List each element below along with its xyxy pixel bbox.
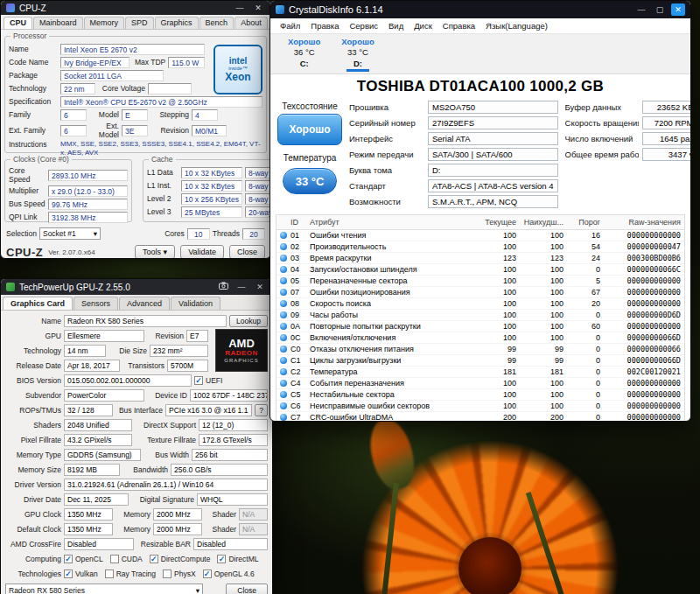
technology-checkbox[interactable]: ✓ Ray Tracing	[105, 570, 156, 578]
computing-checkbox[interactable]: ✓ OpenCL	[64, 555, 103, 563]
computing-checkbox[interactable]: ✓ DirectML	[217, 555, 258, 563]
smart-current: 99	[476, 356, 516, 365]
cdi-titlebar[interactable]: CrystalDiskInfo 6.1.14 — ▢ ✕	[270, 1, 690, 18]
technology-checkbox[interactable]: ✓ OpenGL 4.6	[203, 570, 255, 578]
bus-interface-value: PCIe x16 3.0 @ x16 1.1	[165, 404, 252, 416]
menu-item[interactable]: Вид	[384, 20, 408, 31]
smart-row[interactable]: 0A Повторные попытки раскрутки 100 100 6…	[276, 321, 684, 332]
smart-attribute: Часы работы	[310, 311, 476, 319]
smart-row[interactable]: C6 Неисправимые ошибки секторов 100 100 …	[276, 401, 684, 412]
info-row: Возможности S.M.A.R.T., APM, NCQ	[349, 195, 558, 208]
smart-header-id: ID	[290, 218, 310, 227]
smart-current: 100	[476, 265, 516, 274]
smart-row[interactable]: 07 Ошибки позиционирования 100 100 67 00…	[276, 287, 684, 298]
clock-row: Multiplier x 29.0 (12.0 - 33.0)	[9, 185, 128, 197]
smart-row[interactable]: C7 CRC-ошибки UltraDMA 200 200 0 0000000…	[276, 412, 684, 422]
info-label: Скорость вращения	[565, 118, 639, 128]
gpuz-tab[interactable]: Sensors	[74, 297, 118, 310]
smart-table: ID Атрибут Текущее Наихудш... Порог Raw-…	[276, 214, 685, 422]
transistors-value: 5700M	[167, 360, 208, 372]
cpuz-tab[interactable]: CPU	[4, 17, 32, 29]
technology-checkbox[interactable]: ✓ Vulkan	[64, 570, 98, 578]
smart-row[interactable]: C1 Циклы загрузки/выгрузки 99 99 0 00000…	[276, 355, 684, 367]
smart-row[interactable]: 0C Включения/отключения 100 100 0 000000…	[276, 332, 684, 344]
menu-item[interactable]: Диск	[410, 20, 437, 31]
cpuz-window: CPU-Z — ✕ CPUMainboardMemorySPDGraphicsB…	[0, 0, 271, 259]
info-label: Буфер данных	[565, 102, 639, 112]
menu-item[interactable]: Язык(Language)	[481, 20, 552, 31]
directx-value: 12 (12_0)	[199, 419, 268, 431]
code-name-value: Ivy Bridge-EP/EX	[60, 57, 130, 68]
disk-entry[interactable]: Хорошо 33 °C D:	[332, 37, 382, 71]
info-row: Буква тома D:	[349, 164, 558, 177]
maximize-icon[interactable]: ▢	[653, 3, 667, 16]
cpuz-tab[interactable]: Bench	[200, 17, 234, 29]
smart-row[interactable]: 02 Производительность 100 100 54 0000000…	[276, 241, 684, 253]
cpuz-tab[interactable]: Mainboard	[33, 17, 83, 29]
smart-row[interactable]: 04 Запуски/остановки шпинделя 100 100 0 …	[276, 264, 684, 276]
health-dot-icon	[280, 402, 287, 409]
memory-size-label: Memory Size	[5, 465, 61, 474]
cpuz-tab[interactable]: Graphics	[155, 17, 199, 29]
smart-row[interactable]: C2 Температура 181 181 0 002C00120021	[276, 367, 684, 378]
smart-row[interactable]: 03 Время раскрутки 123 123 24 000300BD00…	[276, 253, 684, 264]
cdi-menubar: ФайлПравкаСервисВидДискСправкаЯзык(Langu…	[270, 18, 690, 34]
smart-worst: 100	[516, 311, 564, 319]
menu-item[interactable]: Сервис	[345, 20, 382, 31]
smart-row[interactable]: C4 События переназначения 100 100 0 0000…	[276, 378, 684, 389]
card-select[interactable]: Radeon RX 580 Series ▾	[5, 584, 203, 594]
menu-item[interactable]: Справка	[438, 20, 480, 31]
close-icon[interactable]: ✕	[671, 3, 685, 16]
minimize-icon[interactable]: —	[234, 281, 248, 293]
smart-row[interactable]: 05 Переназначенные сектора 100 100 5 000…	[276, 276, 684, 287]
smart-row[interactable]: C5 Нестабильные сектора 100 100 0 000000…	[276, 389, 684, 401]
disk-entry[interactable]: Хорошо 36 °C C:	[279, 37, 329, 71]
cores-label: Cores	[164, 229, 185, 238]
smart-row[interactable]: 09 Часы работы 100 100 0 000000000D6D	[276, 310, 684, 321]
amd-radeon-logo: AMD RADEON GRAPHICS	[215, 329, 268, 372]
lookup-button[interactable]: Lookup	[229, 315, 268, 327]
socket-select[interactable]: Socket #1 ▾	[39, 227, 101, 240]
tools-button[interactable]: Tools ▾	[135, 245, 175, 259]
close-button[interactable]: Close	[226, 584, 268, 594]
cpuz-tab[interactable]: SPD	[125, 17, 154, 29]
minimize-icon[interactable]: —	[233, 2, 247, 14]
smart-attribute: Запуски/остановки шпинделя	[310, 265, 476, 274]
stepping-label: Stepping	[150, 110, 189, 119]
smart-id: C4	[290, 379, 310, 388]
technology-checkbox[interactable]: ✓ PhysX	[163, 570, 196, 578]
bus-interface-label: Bus Interface	[116, 406, 163, 415]
health-status-button[interactable]: Хорошо	[277, 114, 342, 145]
menu-item[interactable]: Правка	[306, 20, 343, 31]
smart-row[interactable]: C0 Отказы отключения питания 99 99 0 000…	[276, 344, 684, 355]
smart-row[interactable]: 01 Ошибки чтения 100 100 16 000000000000	[276, 230, 684, 241]
computing-checkbox[interactable]: ✓ CUDA	[110, 555, 143, 563]
smart-header-attr: Атрибут	[310, 218, 476, 227]
gpuz-tab[interactable]: Graphics Card	[3, 297, 73, 310]
health-dot-icon	[280, 380, 287, 387]
close-icon[interactable]: ✕	[251, 2, 265, 14]
gpuz-tab[interactable]: Validation	[171, 297, 220, 310]
smart-raw-value: 000000000000	[600, 288, 684, 297]
cpuz-tab[interactable]: About	[234, 17, 268, 29]
smart-raw-value: 00000000066D	[600, 333, 684, 342]
close-icon[interactable]: ✕	[253, 281, 267, 293]
minimize-icon[interactable]: —	[634, 3, 648, 16]
smart-row[interactable]: 08 Скорость поиска 100 100 20 0000000000…	[276, 298, 684, 310]
smart-raw-value: 000000000000	[600, 390, 684, 399]
crossfire-value: Disabled	[64, 538, 134, 550]
gpuz-tabs: Graphics CardSensorsAdvancedValidation	[1, 295, 272, 311]
cpuz-titlebar[interactable]: CPU-Z — ✕	[1, 1, 270, 15]
gpuz-tab[interactable]: Advanced	[119, 297, 170, 310]
camera-icon[interactable]	[216, 281, 230, 293]
uefi-checkbox[interactable]: ✓ UEFI	[194, 376, 222, 385]
validate-button[interactable]: Validate	[180, 245, 224, 259]
computing-checkbox[interactable]: ✓ DirectCompute	[150, 555, 211, 563]
gpuz-titlebar[interactable]: TechPowerUp GPU-Z 2.55.0 — ✕	[1, 279, 272, 295]
help-button[interactable]: ?	[255, 404, 268, 416]
menu-item[interactable]: Файл	[276, 20, 304, 31]
cpuz-tab[interactable]: Memory	[84, 17, 125, 29]
cdi-window-title: CrystalDiskInfo 6.1.14	[289, 4, 630, 15]
desktop: CPU-Z — ✕ CPUMainboardMemorySPDGraphicsB…	[0, 0, 700, 594]
close-button[interactable]: Close	[229, 245, 265, 259]
